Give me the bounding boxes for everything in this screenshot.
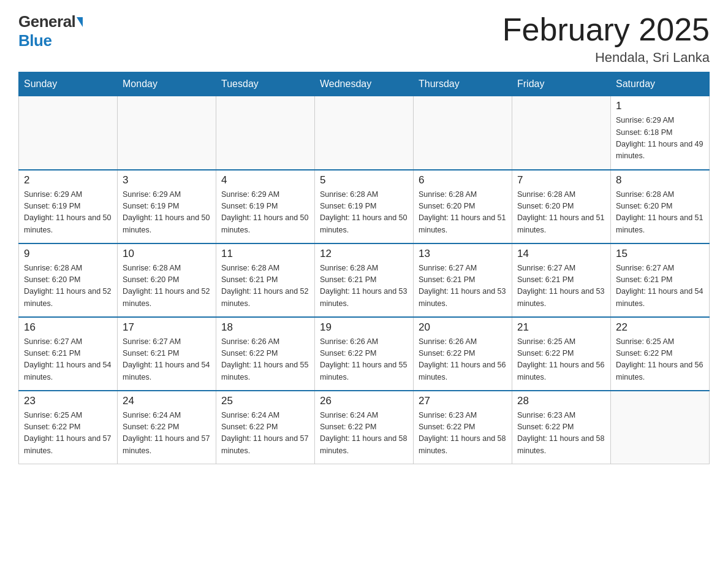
day-sun-info: Sunrise: 6:25 AM Sunset: 6:22 PM Dayligh… [616,336,704,384]
day-sun-info: Sunrise: 6:26 AM Sunset: 6:22 PM Dayligh… [221,336,309,384]
page-header: General Blue February 2025 Hendala, Sri … [18,12,710,66]
calendar-cell: 1Sunrise: 6:29 AM Sunset: 6:18 PM Daylig… [611,96,710,170]
day-sun-info: Sunrise: 6:24 AM Sunset: 6:22 PM Dayligh… [221,410,309,458]
day-number: 10 [123,248,211,260]
calendar-cell [315,96,414,170]
calendar-cell: 11Sunrise: 6:28 AM Sunset: 6:21 PM Dayli… [216,243,315,317]
day-number: 5 [320,174,408,186]
calendar-cell: 14Sunrise: 6:27 AM Sunset: 6:21 PM Dayli… [512,243,611,317]
day-sun-info: Sunrise: 6:27 AM Sunset: 6:21 PM Dayligh… [24,336,112,384]
day-sun-info: Sunrise: 6:29 AM Sunset: 6:18 PM Dayligh… [616,115,704,163]
day-sun-info: Sunrise: 6:23 AM Sunset: 6:22 PM Dayligh… [419,410,507,458]
day-sun-info: Sunrise: 6:24 AM Sunset: 6:22 PM Dayligh… [320,410,408,458]
day-sun-info: Sunrise: 6:28 AM Sunset: 6:20 PM Dayligh… [419,189,507,237]
day-number: 16 [24,321,112,334]
calendar-cell: 24Sunrise: 6:24 AM Sunset: 6:22 PM Dayli… [118,391,216,464]
day-sun-info: Sunrise: 6:27 AM Sunset: 6:21 PM Dayligh… [517,262,605,310]
calendar-cell [216,96,315,170]
day-sun-info: Sunrise: 6:26 AM Sunset: 6:22 PM Dayligh… [320,336,408,384]
day-number: 23 [24,395,112,407]
calendar-cell: 9Sunrise: 6:28 AM Sunset: 6:20 PM Daylig… [19,243,118,317]
day-sun-info: Sunrise: 6:28 AM Sunset: 6:19 PM Dayligh… [320,189,408,237]
day-sun-info: Sunrise: 6:28 AM Sunset: 6:20 PM Dayligh… [123,262,211,310]
day-sun-info: Sunrise: 6:26 AM Sunset: 6:22 PM Dayligh… [419,336,507,384]
calendar-cell: 23Sunrise: 6:25 AM Sunset: 6:22 PM Dayli… [19,391,118,464]
day-number: 6 [419,174,507,186]
calendar-cell [611,391,710,464]
calendar-week-row: 16Sunrise: 6:27 AM Sunset: 6:21 PM Dayli… [19,317,710,391]
logo: General Blue [18,12,83,50]
day-number: 11 [221,248,309,260]
day-sun-info: Sunrise: 6:23 AM Sunset: 6:22 PM Dayligh… [517,410,605,458]
day-sun-info: Sunrise: 6:28 AM Sunset: 6:20 PM Dayligh… [517,189,605,237]
calendar-cell: 10Sunrise: 6:28 AM Sunset: 6:20 PM Dayli… [118,243,216,317]
calendar-cell: 3Sunrise: 6:29 AM Sunset: 6:19 PM Daylig… [118,170,216,243]
calendar-cell: 4Sunrise: 6:29 AM Sunset: 6:19 PM Daylig… [216,170,315,243]
day-sun-info: Sunrise: 6:28 AM Sunset: 6:21 PM Dayligh… [320,262,408,310]
day-number: 22 [616,321,704,334]
day-of-week-header: Wednesday [315,72,414,96]
day-number: 25 [221,395,309,407]
calendar-week-row: 2Sunrise: 6:29 AM Sunset: 6:19 PM Daylig… [19,170,710,243]
day-number: 21 [517,321,605,334]
calendar-cell: 18Sunrise: 6:26 AM Sunset: 6:22 PM Dayli… [216,317,315,391]
month-title: February 2025 [502,12,710,47]
day-number: 8 [616,174,704,186]
calendar-cell [118,96,216,170]
day-of-week-header: Sunday [19,72,118,96]
calendar-cell: 13Sunrise: 6:27 AM Sunset: 6:21 PM Dayli… [414,243,512,317]
calendar-week-row: 9Sunrise: 6:28 AM Sunset: 6:20 PM Daylig… [19,243,710,317]
day-number: 2 [24,174,112,186]
day-sun-info: Sunrise: 6:27 AM Sunset: 6:21 PM Dayligh… [419,262,507,310]
day-number: 19 [320,321,408,334]
calendar-cell: 25Sunrise: 6:24 AM Sunset: 6:22 PM Dayli… [216,391,315,464]
calendar-cell: 2Sunrise: 6:29 AM Sunset: 6:19 PM Daylig… [19,170,118,243]
day-number: 17 [123,321,211,334]
day-number: 4 [221,174,309,186]
day-number: 27 [419,395,507,407]
calendar-cell: 17Sunrise: 6:27 AM Sunset: 6:21 PM Dayli… [118,317,216,391]
day-number: 12 [320,248,408,260]
calendar-week-row: 1Sunrise: 6:29 AM Sunset: 6:18 PM Daylig… [19,96,710,170]
calendar-cell: 6Sunrise: 6:28 AM Sunset: 6:20 PM Daylig… [414,170,512,243]
day-number: 3 [123,174,211,186]
calendar-cell: 26Sunrise: 6:24 AM Sunset: 6:22 PM Dayli… [315,391,414,464]
location-title: Hendala, Sri Lanka [502,50,710,66]
day-number: 20 [419,321,507,334]
day-sun-info: Sunrise: 6:24 AM Sunset: 6:22 PM Dayligh… [123,410,211,458]
calendar-week-row: 23Sunrise: 6:25 AM Sunset: 6:22 PM Dayli… [19,391,710,464]
day-number: 18 [221,321,309,334]
day-sun-info: Sunrise: 6:25 AM Sunset: 6:22 PM Dayligh… [24,410,112,458]
title-area: February 2025 Hendala, Sri Lanka [502,12,710,66]
day-sun-info: Sunrise: 6:28 AM Sunset: 6:21 PM Dayligh… [221,262,309,310]
day-number: 13 [419,248,507,260]
day-of-week-header: Saturday [611,72,710,96]
calendar-cell: 7Sunrise: 6:28 AM Sunset: 6:20 PM Daylig… [512,170,611,243]
logo-general-text: General [18,12,75,31]
day-number: 7 [517,174,605,186]
calendar-cell: 5Sunrise: 6:28 AM Sunset: 6:19 PM Daylig… [315,170,414,243]
day-sun-info: Sunrise: 6:29 AM Sunset: 6:19 PM Dayligh… [123,189,211,237]
day-number: 24 [123,395,211,407]
calendar-cell: 27Sunrise: 6:23 AM Sunset: 6:22 PM Dayli… [414,391,512,464]
day-number: 26 [320,395,408,407]
day-sun-info: Sunrise: 6:27 AM Sunset: 6:21 PM Dayligh… [616,262,704,310]
logo-blue-text: Blue [18,31,51,50]
day-number: 14 [517,248,605,260]
logo-triangle-icon [77,17,83,27]
day-sun-info: Sunrise: 6:29 AM Sunset: 6:19 PM Dayligh… [24,189,112,237]
day-number: 1 [616,100,704,112]
day-sun-info: Sunrise: 6:25 AM Sunset: 6:22 PM Dayligh… [517,336,605,384]
calendar-cell [414,96,512,170]
calendar-cell: 16Sunrise: 6:27 AM Sunset: 6:21 PM Dayli… [19,317,118,391]
day-sun-info: Sunrise: 6:29 AM Sunset: 6:19 PM Dayligh… [221,189,309,237]
calendar-cell: 20Sunrise: 6:26 AM Sunset: 6:22 PM Dayli… [414,317,512,391]
calendar-cell: 28Sunrise: 6:23 AM Sunset: 6:22 PM Dayli… [512,391,611,464]
calendar-cell [19,96,118,170]
day-number: 28 [517,395,605,407]
day-sun-info: Sunrise: 6:28 AM Sunset: 6:20 PM Dayligh… [616,189,704,237]
calendar-cell [512,96,611,170]
calendar-cell: 22Sunrise: 6:25 AM Sunset: 6:22 PM Dayli… [611,317,710,391]
calendar-table: SundayMondayTuesdayWednesdayThursdayFrid… [18,72,710,464]
calendar-cell: 15Sunrise: 6:27 AM Sunset: 6:21 PM Dayli… [611,243,710,317]
